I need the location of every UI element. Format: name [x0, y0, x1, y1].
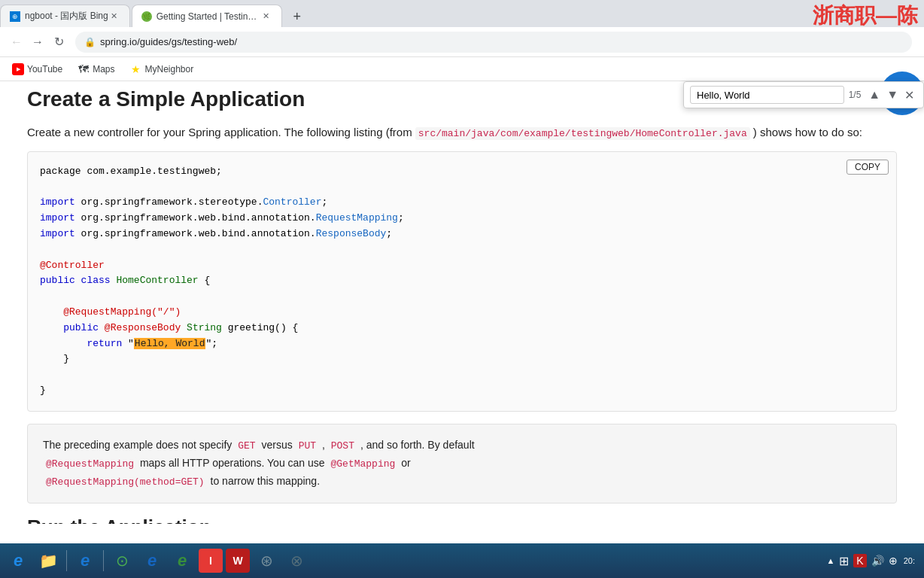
- spring-tab-close[interactable]: ✕: [260, 11, 272, 23]
- file-path-code: src/main/java/com/example/testingweb/Hom…: [415, 127, 750, 140]
- taskbar: e 📁 e ⊙ e e I W ⊛ ⊗ ▲ ⊞ K 🔊 ⊕ 20:: [0, 543, 924, 578]
- star-favicon: ★: [130, 63, 142, 75]
- copy-button[interactable]: COPY: [846, 160, 889, 175]
- app4-taskbar-icon[interactable]: ⊗: [283, 547, 310, 574]
- page-content: Create a Simple Application Create a new…: [0, 81, 924, 524]
- app3-taskbar-icon[interactable]: ⊛: [253, 547, 280, 574]
- code-line-15: }: [40, 383, 884, 399]
- note-get: GET: [235, 440, 258, 452]
- youtube-label: YouTube: [27, 64, 62, 75]
- code-line-8: public class HomeController {: [40, 273, 884, 289]
- code-line-3: import org.springframework.stereotype.Co…: [40, 195, 884, 211]
- url-text: spring.io/guides/gs/testing-web/: [100, 36, 237, 47]
- code-line-blank1: [40, 180, 884, 196]
- taskbar-separator2: [103, 550, 104, 571]
- bing-tab-title: ngboot - 国内版 Bing: [25, 10, 108, 23]
- forward-button[interactable]: →: [27, 32, 48, 53]
- back-button[interactable]: ←: [6, 32, 27, 53]
- bookmark-maps[interactable]: 🗺 Maps: [71, 62, 120, 77]
- ie-taskbar-icon[interactable]: e: [5, 547, 32, 574]
- code-line-11: public @ResponseBody String greeting() {: [40, 321, 884, 336]
- maps-label: Maps: [93, 64, 114, 75]
- find-bar: 1/5 ▲ ▼ ✕: [683, 81, 924, 108]
- ie4-taskbar-icon[interactable]: e: [169, 547, 196, 574]
- note-post: POST: [328, 440, 357, 452]
- intro-paragraph: Create a new controller for your Spring …: [27, 123, 897, 142]
- code-line-7: @Controller: [40, 258, 884, 274]
- note-put: PUT: [296, 440, 319, 452]
- code-line-blank2: [40, 242, 884, 258]
- tab-spring[interactable]: Getting Started | Testing the W... ✕: [132, 5, 282, 27]
- spring-tab-title: Getting Started | Testing the W...: [157, 11, 260, 22]
- intellij-taskbar-icon[interactable]: I: [199, 549, 223, 573]
- lock-icon: 🔒: [84, 37, 96, 47]
- code-line-10: @RequestMapping("/"): [40, 305, 884, 321]
- note-reqmap-method: @RequestMapping(method=GET): [43, 476, 208, 488]
- code-line-1: package com.example.testingweb;: [40, 164, 884, 180]
- code-line-12: return "Hello, World";: [40, 336, 884, 352]
- watermark: 浙商职—陈: [807, 0, 924, 32]
- find-input[interactable]: [690, 86, 844, 104]
- find-prev-button[interactable]: ▲: [865, 87, 883, 103]
- code-block: COPY package com.example.testingweb; imp…: [27, 151, 897, 412]
- taskbar-clock: 20:: [898, 556, 921, 565]
- youtube-favicon: [12, 63, 24, 75]
- taskbar-network-icon[interactable]: ⊕: [889, 555, 898, 567]
- ie3-taskbar-icon[interactable]: e: [138, 547, 166, 574]
- bookmark-myneighbor[interactable]: ★ MyNeighbor: [124, 62, 200, 77]
- code-line-4: import org.springframework.web.bind.anno…: [40, 211, 884, 227]
- code-line-5: import org.springframework.web.bind.anno…: [40, 227, 884, 242]
- add-tab-button[interactable]: +: [287, 6, 308, 27]
- code-line-blank4: [40, 367, 884, 383]
- code-line-blank3: [40, 289, 884, 305]
- spring-tab-favicon: [141, 11, 152, 22]
- chrome-taskbar-icon[interactable]: ⊙: [108, 547, 135, 574]
- find-close-button[interactable]: ✕: [901, 87, 917, 104]
- address-bar[interactable]: 🔒 spring.io/guides/gs/testing-web/: [75, 32, 912, 53]
- taskbar-sound-icon[interactable]: 🔊: [871, 555, 884, 567]
- note-reqmap: @RequestMapping: [43, 458, 137, 470]
- folder-taskbar-icon[interactable]: 📁: [35, 547, 62, 574]
- taskbar-right: ▲ ⊞ K 🔊 ⊕ 20:: [822, 554, 921, 568]
- run-heading: Run the Application: [27, 516, 897, 524]
- note-box: The preceding example does not specify G…: [27, 424, 897, 503]
- maps-favicon: 🗺: [78, 63, 90, 75]
- find-count: 1/5: [849, 90, 862, 100]
- bing-tab-favicon: [10, 11, 20, 22]
- bookmark-youtube[interactable]: YouTube: [6, 62, 68, 77]
- browser-toolbar: ← → ↻ 🔒 spring.io/guides/gs/testing-web/: [0, 27, 924, 57]
- app2-taskbar-icon[interactable]: W: [226, 549, 250, 573]
- bing-tab-close[interactable]: ✕: [108, 11, 120, 23]
- myneighbor-label: MyNeighbor: [145, 64, 194, 75]
- tab-bar: ngboot - 国内版 Bing ✕ Getting Started | Te…: [0, 0, 924, 27]
- code-line-13: }: [40, 351, 884, 367]
- taskbar-k-icon[interactable]: K: [853, 554, 866, 567]
- ie2-taskbar-icon[interactable]: e: [71, 547, 99, 574]
- taskbar-separator: [66, 550, 67, 571]
- find-next-button[interactable]: ▼: [883, 87, 901, 103]
- bookmarks-bar: YouTube 🗺 Maps ★ MyNeighbor: [0, 57, 924, 81]
- taskbar-grid-icon[interactable]: ⊞: [839, 554, 849, 568]
- tab-bing[interactable]: ngboot - 国内版 Bing ✕: [0, 5, 130, 27]
- note-getmap: @GetMapping: [327, 458, 398, 470]
- reload-button[interactable]: ↻: [48, 32, 69, 53]
- taskbar-arrow-icon[interactable]: ▲: [826, 556, 834, 565]
